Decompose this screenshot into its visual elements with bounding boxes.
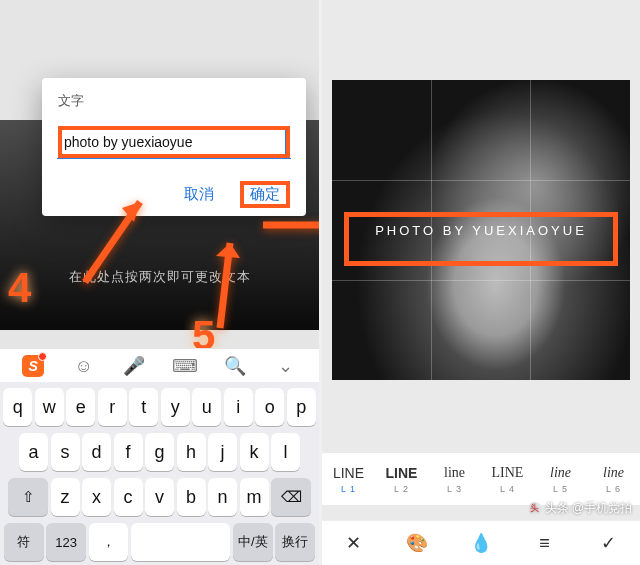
key-n[interactable]: n [208,478,237,516]
key-x[interactable]: x [82,478,111,516]
watermark-prefix: 头条 [545,500,569,517]
font-sample: line [550,465,571,481]
edit-hint-text: 在此处点按两次即可更改文本 [0,268,319,286]
comma-key[interactable]: ， [89,523,129,561]
right-panel: PHOTO BY YUEXIAOYUE LINEL 1LINEL 2lineL … [322,0,640,565]
space-key[interactable] [131,523,231,561]
enter-key[interactable]: 换行 [275,523,315,561]
voice-input-button[interactable]: 🎤 [109,355,160,377]
key-b[interactable]: b [177,478,206,516]
key-l[interactable]: l [271,433,300,471]
font-label: L 2 [394,484,409,494]
opacity-button[interactable]: 💧 [449,532,513,554]
input-highlight-box [58,126,290,158]
font-tab-L1[interactable]: LINEL 1 [322,453,375,505]
keyboard-switch-button[interactable]: ⌨ [160,355,211,377]
bottom-toolbar: ✕ 🎨 💧 ≡ ✓ [322,520,640,565]
key-u[interactable]: u [192,388,221,426]
watermark-account: @手机党拍 [572,500,632,517]
key-s[interactable]: s [51,433,80,471]
key-p[interactable]: p [287,388,316,426]
key-t[interactable]: t [129,388,158,426]
collapse-keyboard-button[interactable]: ⌄ [261,355,312,377]
watermark-icon: 头 [528,502,542,516]
align-button[interactable]: ≡ [513,533,577,554]
font-label: L 3 [447,484,462,494]
font-sample: LINE [492,465,524,481]
font-tab-L3[interactable]: lineL 3 [428,453,481,505]
key-c[interactable]: c [114,478,143,516]
close-button[interactable]: ✕ [322,532,386,554]
cancel-button[interactable]: 取消 [180,181,218,208]
ime-logo[interactable]: S [8,355,59,377]
ok-button[interactable]: 确定 [240,181,290,208]
key-m[interactable]: m [240,478,269,516]
language-key[interactable]: 中/英 [233,523,273,561]
key-v[interactable]: v [145,478,174,516]
key-y[interactable]: y [161,388,190,426]
number-key[interactable]: 123 [46,523,86,561]
key-g[interactable]: g [145,433,174,471]
caption-input[interactable] [62,130,286,154]
left-editor-area: 在此处点按两次即可更改文本 文字 取消 确定 [0,0,319,348]
font-label: L 5 [553,484,568,494]
text-input-dialog: 文字 取消 确定 [42,78,306,216]
font-sample: LINE [333,465,364,481]
symbol-key[interactable]: 符 [4,523,44,561]
caption-highlight-box [344,212,618,266]
font-sample: line [444,465,465,481]
font-tab-L2[interactable]: LINEL 2 [375,453,428,505]
font-label: L 4 [500,484,515,494]
font-tab-L5[interactable]: lineL 5 [534,453,587,505]
backspace-key[interactable]: ⌫ [271,478,311,516]
font-style-tabs: LINEL 1LINEL 2lineL 3LINEL 4lineL 5lineL… [322,452,640,505]
key-w[interactable]: w [35,388,64,426]
left-panel: 在此处点按两次即可更改文本 文字 取消 确定 [0,0,319,565]
font-sample: line [603,465,624,481]
font-tab-L6[interactable]: lineL 6 [587,453,640,505]
color-palette-button[interactable]: 🎨 [386,532,450,554]
step-number-4: 4 [8,264,31,312]
font-tab-L4[interactable]: LINEL 4 [481,453,534,505]
confirm-button[interactable]: ✓ [576,532,640,554]
font-label: L 1 [341,484,356,494]
key-a[interactable]: a [19,433,48,471]
key-r[interactable]: r [98,388,127,426]
font-label: L 6 [606,484,621,494]
soft-keyboard: qwertyuiop asdfghjkl ⇧ zxcvbnm ⌫ 符 123 ，… [0,382,319,565]
key-o[interactable]: o [255,388,284,426]
watermark: 头 头条 @手机党拍 [528,500,632,517]
font-sample: LINE [386,465,418,481]
keyboard-toolbar: S ☺ 🎤 ⌨ 🔍 ⌄ [0,348,319,383]
emoji-button[interactable]: ☺ [59,356,110,377]
key-z[interactable]: z [51,478,80,516]
key-d[interactable]: d [82,433,111,471]
key-q[interactable]: q [3,388,32,426]
dialog-title: 文字 [58,92,290,110]
key-i[interactable]: i [224,388,253,426]
key-f[interactable]: f [114,433,143,471]
search-button[interactable]: 🔍 [210,355,261,377]
key-k[interactable]: k [240,433,269,471]
shift-key[interactable]: ⇧ [8,478,48,516]
key-e[interactable]: e [66,388,95,426]
key-h[interactable]: h [177,433,206,471]
preview-photo[interactable]: PHOTO BY YUEXIAOYUE [332,80,630,380]
key-j[interactable]: j [208,433,237,471]
step-number-5: 5 [192,312,215,348]
